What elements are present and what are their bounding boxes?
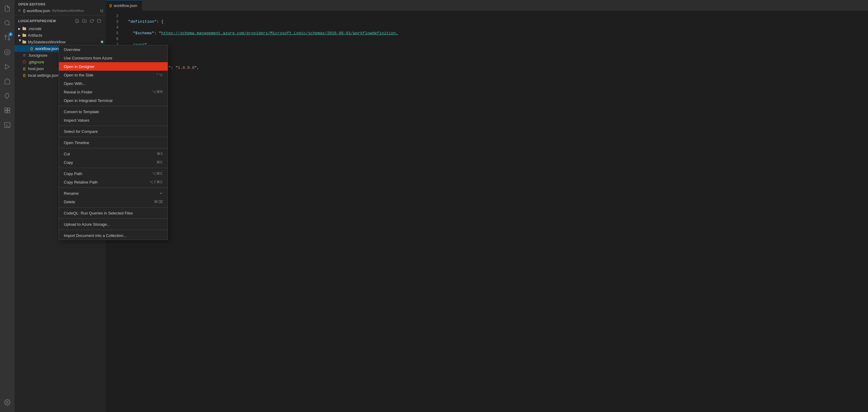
menu-rename-shortcut: ↵: [160, 191, 163, 195]
menu-separator-9: [59, 230, 168, 230]
lab-activity-icon[interactable]: [0, 89, 14, 103]
menu-separator-8: [59, 218, 168, 219]
menu-item-open-timeline[interactable]: Open Timeline: [59, 138, 168, 147]
menu-open-designer-label: Open in Designer: [64, 64, 94, 69]
artifacts-folder-label: Artifacts: [28, 33, 106, 38]
mystatelessworkflow-folder-item[interactable]: ▶ MyStatelessWorkflow: [14, 38, 106, 45]
workflow-json-icon: {}: [29, 46, 34, 51]
menu-separator-2: [59, 126, 168, 126]
svg-point-2: [8, 38, 10, 40]
collapse-all-btn[interactable]: [96, 18, 102, 24]
menu-separator-4: [59, 148, 168, 148]
host-json-icon: {}: [22, 66, 27, 71]
terminal-activity-icon[interactable]: [0, 118, 14, 132]
menu-reveal-finder-shortcut: ⌥⌘R: [152, 90, 163, 94]
menu-copy-path-shortcut: ⌥⌘C: [152, 171, 163, 176]
blocks-activity-icon[interactable]: [0, 103, 14, 118]
artifacts-folder-item[interactable]: ▶ Artifacts: [14, 32, 106, 38]
vscode-folder-label: .vscode: [28, 26, 106, 31]
menu-copy-relative-path-label: Copy Relative Path: [64, 180, 97, 184]
new-file-btn[interactable]: [74, 18, 80, 24]
menu-copy-shortcut: ⌘C: [156, 160, 163, 165]
run-activity-icon[interactable]: [0, 60, 14, 74]
svg-rect-11: [8, 111, 10, 113]
menu-use-connectors-label: Use Connectors from Azure: [64, 56, 112, 60]
menu-item-convert-template[interactable]: Convert to Template: [59, 107, 168, 116]
menu-open-timeline-label: Open Timeline: [64, 140, 89, 145]
menu-reveal-finder-label: Reveal in Finder: [64, 90, 93, 94]
menu-item-copy-relative-path[interactable]: Copy Relative Path ⌥⇧⌘C: [59, 178, 168, 186]
search-activity-icon[interactable]: [0, 16, 14, 30]
open-editors-section: OPEN EDITORS ✕ {} workflow.json MyStatel…: [14, 0, 106, 15]
menu-cut-label: Cut: [64, 152, 70, 156]
menu-open-side-label: Open to the Side: [64, 73, 94, 77]
context-menu: Overview Use Connectors from Azure Open …: [59, 45, 168, 240]
workflow-json-tab[interactable]: {} workflow.json: [106, 0, 142, 11]
new-folder-btn[interactable]: [82, 18, 88, 24]
menu-codeql-label: CodeQL: Run Queries in Selected Files: [64, 211, 133, 215]
menu-item-open-terminal[interactable]: Open in Integrated Terminal: [59, 96, 168, 105]
settings-activity-icon[interactable]: [0, 395, 14, 410]
tab-label: workflow.json: [114, 3, 137, 8]
azure-activity-icon[interactable]: [0, 74, 14, 89]
menu-item-open-side[interactable]: Open to the Side ⌃⌥: [59, 71, 168, 79]
workflow-status-dot: [101, 41, 103, 43]
mystatelessworkflow-folder-icon: [22, 39, 27, 44]
svg-rect-19: [97, 20, 101, 23]
folder-arrow-artifacts: ▶: [17, 33, 22, 38]
explorer-label: LOGICAPPSPREVIEW: [18, 19, 56, 23]
remote-activity-icon[interactable]: [0, 45, 14, 60]
menu-item-copy-path[interactable]: Copy Path ⌥⌘C: [59, 169, 168, 178]
menu-item-import-doc[interactable]: Import Document into a Collection...: [59, 231, 168, 240]
folder-arrow: ▶: [17, 26, 22, 31]
explorer-icon[interactable]: [0, 1, 14, 16]
tab-bar: {} workflow.json: [106, 0, 868, 11]
vscode-folder-item[interactable]: ▶ .vscode: [14, 25, 106, 32]
menu-separator-6: [59, 187, 168, 188]
menu-separator-3: [59, 137, 168, 137]
explorer-header-actions: [74, 18, 102, 24]
modified-badge: U: [100, 8, 103, 13]
open-editor-filename: workflow.json: [27, 8, 50, 13]
svg-point-14: [6, 401, 8, 403]
open-editor-description: MyStatelessWorkflow: [52, 9, 100, 12]
menu-overview-label: Overview: [64, 47, 80, 52]
menu-select-compare-label: Select for Compare: [64, 129, 98, 134]
open-editor-workflow-json[interactable]: ✕ {} workflow.json MyStatelessWorkflow U: [14, 7, 106, 14]
menu-item-use-connectors[interactable]: Use Connectors from Azure: [59, 54, 168, 62]
menu-item-codeql[interactable]: CodeQL: Run Queries in Selected Files: [59, 209, 168, 217]
open-editors-label: OPEN EDITORS: [18, 2, 45, 6]
menu-item-open-with[interactable]: Open With...: [59, 79, 168, 88]
menu-item-select-compare[interactable]: Select for Compare: [59, 127, 168, 136]
menu-item-cut[interactable]: Cut ⌘X: [59, 149, 168, 158]
menu-open-terminal-label: Open in Integrated Terminal: [64, 98, 112, 103]
source-control-activity-icon[interactable]: 8: [0, 30, 14, 45]
menu-separator-7: [59, 207, 168, 208]
explorer-header: LOGICAPPSPREVIEW: [14, 15, 106, 25]
refresh-btn[interactable]: [89, 18, 95, 24]
code-content[interactable]: "definition": { "$schema": "https://sche…: [121, 11, 868, 412]
open-editors-header: OPEN EDITORS: [14, 0, 106, 7]
menu-cut-shortcut: ⌘X: [157, 152, 163, 156]
funcignore-icon: [22, 53, 27, 58]
svg-rect-10: [5, 111, 7, 113]
svg-rect-8: [5, 108, 7, 110]
main-content: {} workflow.json 2 3 4 5 6 7 "definition…: [106, 0, 868, 412]
menu-item-open-designer[interactable]: Open in Designer: [59, 62, 168, 71]
folder-icon: [22, 26, 27, 31]
close-editor-btn[interactable]: ✕: [17, 8, 22, 13]
svg-rect-12: [5, 123, 10, 128]
menu-open-side-shortcut: ⌃⌥: [155, 73, 163, 77]
menu-item-delete[interactable]: Delete ⌘⌫: [59, 198, 168, 206]
menu-item-overview[interactable]: Overview: [59, 45, 168, 54]
menu-item-upload-azure[interactable]: Upload to Azure Storage...: [59, 220, 168, 229]
tab-json-icon: {}: [109, 4, 112, 7]
menu-copy-relative-path-shortcut: ⌥⇧⌘C: [149, 180, 163, 184]
menu-item-copy[interactable]: Copy ⌘C: [59, 158, 168, 167]
menu-item-rename[interactable]: Rename ↵: [59, 189, 168, 198]
artifacts-folder-icon: [22, 33, 27, 38]
svg-line-1: [8, 24, 10, 26]
svg-marker-7: [5, 64, 9, 69]
menu-item-reveal-finder[interactable]: Reveal in Finder ⌥⌘R: [59, 88, 168, 96]
menu-item-inspect-values[interactable]: Inspect Values: [59, 116, 168, 125]
